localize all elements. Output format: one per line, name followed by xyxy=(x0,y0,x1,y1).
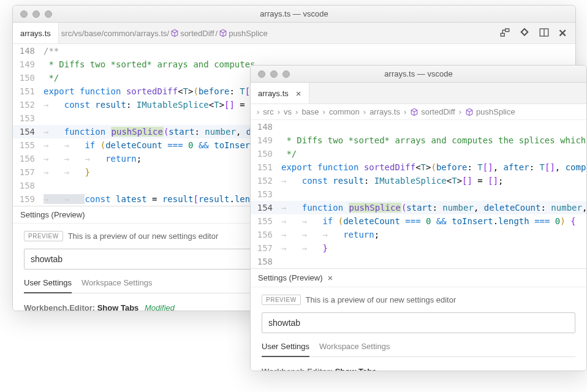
breadcrumb[interactable]: src/vs/base/common/arrays.ts/ sortedDiff… xyxy=(59,23,268,43)
settings-title: Settings (Preview) xyxy=(258,273,322,282)
modified-badge: Modified xyxy=(145,303,175,311)
line-number: 153 xyxy=(13,111,44,125)
minimize-dot[interactable] xyxy=(270,70,278,78)
line-number: 158 xyxy=(251,255,281,268)
line-number: 150 xyxy=(13,71,44,85)
preview-text: This is a preview of our new settings ed… xyxy=(68,232,219,241)
line-number: 156 xyxy=(13,152,44,165)
line-number: 152 xyxy=(251,174,281,187)
line-number: 153 xyxy=(251,187,281,201)
code-editor[interactable]: 148 149 * Diffs two *sorted* arrays and … xyxy=(251,120,586,268)
tab-user-settings[interactable]: User Settings xyxy=(262,339,309,357)
setting-prefix: Workbench.Editor: xyxy=(262,367,335,371)
line-number: 151 xyxy=(251,160,281,174)
chevron-right-icon: › xyxy=(323,107,325,116)
close-icon[interactable]: ✕ xyxy=(558,27,567,40)
tab-bar: arrays.ts × xyxy=(251,83,586,104)
breadcrumb-segment[interactable]: base xyxy=(301,107,319,116)
settings-header: Settings (Preview) × xyxy=(251,269,586,287)
preview-text: This is a preview of our new settings ed… xyxy=(306,295,456,304)
line-number: 148 xyxy=(251,120,281,134)
breadcrumb-segment[interactable]: src xyxy=(263,107,273,116)
line-number: 149 xyxy=(13,58,44,71)
line-number: 157 xyxy=(251,241,281,255)
symbol-icon xyxy=(170,29,179,37)
window-title: arrays.ts — vscode xyxy=(251,69,586,78)
tab-workspace-settings[interactable]: Workspace Settings xyxy=(81,276,152,293)
setting-name: Show Tabs xyxy=(97,303,139,311)
titlebar: arrays.ts — vscode xyxy=(13,6,575,23)
compare-icon[interactable] xyxy=(499,27,510,40)
symbol-icon xyxy=(465,108,474,116)
tab-label: arrays.ts xyxy=(20,29,51,38)
line-number: 151 xyxy=(13,85,44,98)
line-number: 159 xyxy=(13,192,44,206)
chevron-right-icon: › xyxy=(295,107,298,116)
close-icon[interactable]: × xyxy=(296,88,301,99)
zoom-dot[interactable] xyxy=(282,70,290,78)
breadcrumb[interactable]: › src › vs › base › common › arrays.ts ›… xyxy=(251,104,586,120)
line-number: 155 xyxy=(13,138,44,152)
breadcrumb-symbol[interactable]: pushSplice xyxy=(476,107,515,116)
breadcrumb-separator: / xyxy=(216,29,218,38)
traffic-lights[interactable] xyxy=(251,70,290,78)
breadcrumb-symbol: pushSplice xyxy=(229,29,268,38)
line-number: 154 xyxy=(251,201,281,214)
line-number: 152 xyxy=(13,98,44,111)
line-number: 156 xyxy=(251,228,281,241)
breadcrumb-path: src/vs/base/common/arrays.ts/ xyxy=(61,29,169,38)
settings-tabs: User Settings Workspace Settings xyxy=(262,339,575,357)
traffic-lights[interactable] xyxy=(13,10,52,18)
source-control-icon[interactable] xyxy=(519,27,530,40)
tab-user-settings[interactable]: User Settings xyxy=(24,276,72,293)
chevron-right-icon: › xyxy=(278,107,280,116)
breadcrumb-symbol: sortedDiff xyxy=(180,29,214,38)
chevron-right-icon: › xyxy=(404,107,406,116)
chevron-right-icon: › xyxy=(459,107,461,116)
minimize-dot[interactable] xyxy=(32,10,40,18)
setting-prefix: Workbench.Editor: xyxy=(24,303,97,311)
close-icon[interactable]: × xyxy=(327,273,333,283)
breadcrumb-segment[interactable]: common xyxy=(329,107,360,116)
line-number: 157 xyxy=(13,165,44,179)
preview-badge: PREVIEW xyxy=(262,295,301,305)
line-number: 149 xyxy=(251,134,281,147)
chevron-right-icon: › xyxy=(363,107,366,116)
tab-label: arrays.ts xyxy=(258,89,289,98)
settings-title: Settings (Preview) xyxy=(20,210,85,219)
editor-tab[interactable]: arrays.ts xyxy=(13,23,59,43)
close-dot[interactable] xyxy=(20,10,28,18)
settings-search-input[interactable] xyxy=(262,312,575,333)
close-dot[interactable] xyxy=(258,70,265,78)
tab-bar: arrays.ts src/vs/base/common/arrays.ts/ … xyxy=(13,23,575,44)
window-title: arrays.ts — vscode xyxy=(13,9,575,18)
settings-panel: Settings (Preview) × PREVIEW This is a p… xyxy=(251,268,586,371)
line-number: 154 xyxy=(13,125,44,138)
symbol-icon xyxy=(410,108,418,116)
symbol-icon xyxy=(219,29,227,37)
split-editor-icon[interactable] xyxy=(539,27,550,40)
line-number: 150 xyxy=(251,147,281,160)
setting-item: Workbench.Editor: Show Tabs Controls if … xyxy=(262,367,575,371)
tab-workspace-settings[interactable]: Workspace Settings xyxy=(319,339,390,356)
line-number: 155 xyxy=(251,214,281,228)
chevron-right-icon: › xyxy=(257,107,259,116)
preview-badge: PREVIEW xyxy=(24,231,63,241)
titlebar: arrays.ts — vscode xyxy=(251,66,586,83)
breadcrumb-segment[interactable]: vs xyxy=(284,107,292,116)
zoom-dot[interactable] xyxy=(45,10,52,18)
breadcrumb-segment[interactable]: arrays.ts xyxy=(369,107,400,116)
breadcrumb-symbol[interactable]: sortedDiff xyxy=(421,107,455,116)
vscode-window-front: arrays.ts — vscode arrays.ts × › src › v… xyxy=(250,65,587,371)
line-number: 158 xyxy=(13,179,44,192)
editor-toolbar: ✕ xyxy=(499,23,570,43)
setting-name: Show Tabs xyxy=(335,367,377,371)
editor-tab[interactable]: arrays.ts × xyxy=(251,83,309,104)
line-number: 148 xyxy=(13,44,44,58)
